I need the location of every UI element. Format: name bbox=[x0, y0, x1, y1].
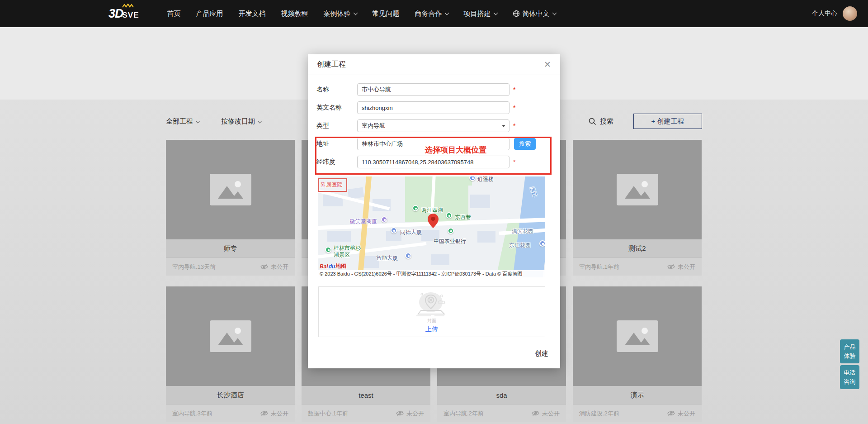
filter-modified-date[interactable]: 按修改日期 bbox=[221, 117, 261, 126]
nav-item-label: 项目搭建 bbox=[464, 10, 491, 18]
create-submit-button[interactable]: 创建 bbox=[535, 349, 548, 358]
eye-off-icon bbox=[260, 410, 268, 416]
logo-text-sve: SVE bbox=[123, 11, 139, 20]
product-experience-button[interactable]: 产品体验 bbox=[840, 339, 859, 363]
nav-item-language[interactable]: 简体中文 bbox=[513, 10, 556, 18]
required-asterisk: * bbox=[513, 158, 515, 166]
card-visibility: 未公开 bbox=[396, 410, 424, 418]
nav-item-docs[interactable]: 开发文档 bbox=[239, 10, 266, 18]
card-meta: 室内导航.1年前未公开 bbox=[573, 257, 702, 276]
map-building bbox=[470, 195, 490, 208]
visibility-label: 未公开 bbox=[678, 410, 695, 418]
nav-item-cases[interactable]: 案例体验 bbox=[324, 10, 357, 18]
card-visibility: 未公开 bbox=[260, 263, 288, 271]
baidu-map[interactable]: 附属医院逍遥楼两江四湖东西巷微笑堂商厦同德大厦中国农业银行漓滨花园东江花园桂林市… bbox=[318, 176, 545, 277]
logo-zigzag-icon bbox=[122, 4, 134, 8]
nav-item-business[interactable]: 商务合作 bbox=[415, 10, 448, 18]
card-meta-text: 消防建设.2年前 bbox=[579, 410, 619, 418]
map-attribution: © 2023 Baidu - GS(2021)6026号 - 甲测资字11111… bbox=[318, 270, 545, 277]
card-meta: 室内导航.2年前未公开 bbox=[437, 404, 566, 422]
filter-label: 按修改日期 bbox=[221, 117, 255, 126]
create-project-button[interactable]: + 创建工程 bbox=[633, 114, 702, 129]
english-name-label: 英文名称 bbox=[308, 104, 357, 112]
brand-logo[interactable]: 3D SVE bbox=[108, 7, 139, 21]
image-placeholder-icon bbox=[617, 320, 658, 352]
red-annotation-text: 选择项目大概位置 bbox=[425, 145, 486, 155]
card-thumbnail bbox=[573, 140, 702, 239]
map-building bbox=[431, 254, 449, 265]
english-name-input[interactable] bbox=[357, 101, 509, 114]
cover-upload-area[interactable]: 封面 上传 bbox=[318, 286, 545, 337]
avatar[interactable] bbox=[843, 6, 857, 21]
baidu-logo-du: du bbox=[329, 263, 335, 270]
map-poi-icon bbox=[381, 216, 387, 223]
name-label: 名称 bbox=[308, 86, 357, 94]
nav-item-videos[interactable]: 视频教程 bbox=[281, 10, 308, 18]
card-meta-text: 室内导航.3年前 bbox=[172, 410, 212, 418]
nav-item-home[interactable]: 首页 bbox=[167, 10, 181, 18]
required-asterisk: * bbox=[513, 122, 515, 129]
nav-item-label: 案例体验 bbox=[324, 10, 351, 18]
type-label: 类型 bbox=[308, 122, 357, 130]
chevron-down-icon bbox=[493, 11, 498, 15]
map-pin-icon bbox=[428, 214, 439, 228]
map-poi-icon bbox=[412, 205, 419, 211]
chevron-down-icon bbox=[353, 11, 358, 15]
card-title: teast bbox=[302, 386, 430, 404]
card-thumbnail bbox=[166, 286, 295, 386]
address-search-button[interactable]: 搜索 bbox=[514, 138, 536, 150]
upload-link[interactable]: 上传 bbox=[425, 325, 438, 333]
coordinates-field-row: 经纬度 * bbox=[308, 156, 560, 168]
filter-all-projects[interactable]: 全部工程 bbox=[166, 117, 199, 126]
type-select[interactable]: 室内导航 bbox=[357, 119, 509, 132]
logo-text-3d: 3D bbox=[108, 7, 123, 21]
type-select-value: 室内导航 bbox=[362, 122, 385, 130]
eye-off-icon bbox=[667, 264, 675, 270]
project-card[interactable]: 长沙酒店 室内导航.3年前未公开 bbox=[166, 286, 295, 422]
card-title: sda bbox=[437, 386, 566, 404]
card-meta-text: 室内导航.2年前 bbox=[443, 410, 484, 418]
select-arrow-icon bbox=[502, 125, 505, 127]
map-label: 两江四湖 bbox=[421, 206, 443, 214]
nav-item-label: 简体中文 bbox=[523, 10, 550, 18]
nav-item-label: 常见问题 bbox=[373, 10, 400, 18]
name-input[interactable] bbox=[357, 83, 509, 96]
card-thumbnail bbox=[573, 286, 702, 386]
filter-label: 全部工程 bbox=[166, 117, 193, 126]
visibility-label: 未公开 bbox=[271, 410, 288, 418]
close-icon[interactable]: ✕ bbox=[544, 60, 551, 69]
coordinates-input[interactable] bbox=[357, 156, 509, 168]
nav-item-label: 开发文档 bbox=[239, 10, 266, 18]
nav-user-area: 个人中心 bbox=[812, 6, 857, 21]
chevron-down-icon bbox=[196, 119, 200, 123]
required-asterisk: * bbox=[513, 104, 515, 111]
card-meta: 数据中心.1年前未公开 bbox=[302, 404, 430, 422]
nav-item-products[interactable]: 产品应用 bbox=[196, 10, 223, 18]
map-label: 智能大厦 bbox=[376, 254, 398, 262]
card-title: 测试2 bbox=[573, 239, 702, 257]
phone-consult-button[interactable]: 电话咨询 bbox=[840, 365, 859, 389]
map-label: 逍遥楼 bbox=[477, 176, 494, 183]
eye-off-icon bbox=[260, 264, 268, 270]
search-trigger[interactable]: 搜索 bbox=[589, 117, 613, 126]
project-card[interactable]: 师专 室内导航.13天前未公开 bbox=[166, 140, 295, 276]
search-label: 搜索 bbox=[600, 117, 613, 126]
map-poi-icon bbox=[325, 247, 331, 253]
toolbar-right: 搜索 + 创建工程 bbox=[589, 114, 702, 129]
baidu-logo-bai: Bai bbox=[320, 263, 328, 270]
card-title: 师专 bbox=[166, 239, 295, 257]
card-title: 演示 bbox=[573, 386, 702, 404]
nav-item-faq[interactable]: 常见问题 bbox=[373, 10, 400, 18]
map-poi-icon bbox=[405, 252, 411, 259]
card-meta: 消防建设.2年前未公开 bbox=[573, 404, 702, 422]
nav-item-label: 商务合作 bbox=[415, 10, 442, 18]
name-field-row: 名称 * bbox=[308, 83, 560, 96]
map-label: 微笑堂商厦 bbox=[350, 218, 377, 225]
map-poi-icon bbox=[469, 176, 476, 181]
project-card[interactable]: 测试2 室内导航.1年前未公开 bbox=[573, 140, 702, 276]
nav-item-project-build[interactable]: 项目搭建 bbox=[464, 10, 497, 18]
user-center-link[interactable]: 个人中心 bbox=[812, 10, 837, 18]
project-card[interactable]: 演示 消防建设.2年前未公开 bbox=[573, 286, 702, 422]
map-poi-icon bbox=[539, 240, 545, 247]
map-label: 漓滨花园 bbox=[512, 228, 533, 235]
